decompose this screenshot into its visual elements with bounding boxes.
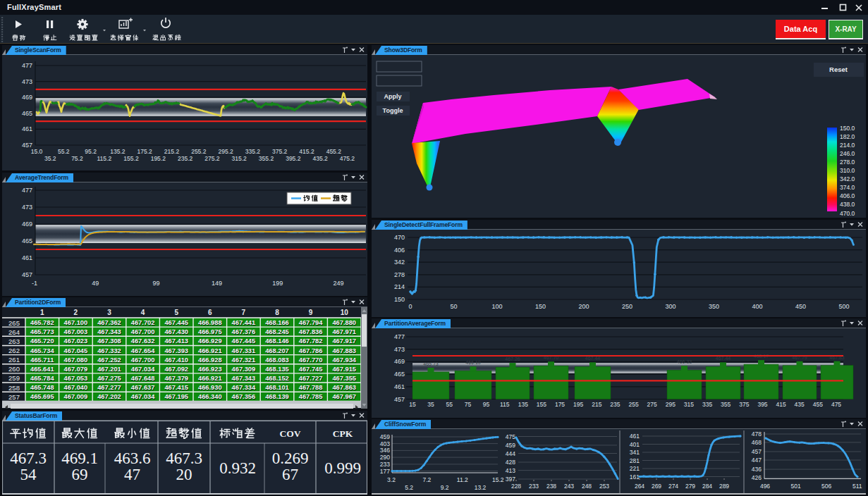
svg-text:467.275: 467.275 bbox=[97, 375, 121, 382]
svg-text:467.413: 467.413 bbox=[164, 337, 188, 345]
svg-text:466.928: 466.928 bbox=[198, 356, 222, 364]
svg-text:467.745: 467.745 bbox=[299, 366, 323, 373]
svg-text:468: 468 bbox=[752, 439, 762, 446]
svg-text:49: 49 bbox=[92, 280, 99, 287]
svg-text:150: 150 bbox=[535, 303, 546, 310]
svg-text:461: 461 bbox=[630, 433, 640, 440]
svg-text:262: 262 bbox=[8, 347, 20, 354]
svg-text:221: 221 bbox=[630, 465, 640, 472]
svg-text:0.932: 0.932 bbox=[219, 459, 256, 477]
svg-text:455.2: 455.2 bbox=[326, 148, 342, 155]
svg-text:395: 395 bbox=[757, 401, 767, 408]
svg-text:275.2: 275.2 bbox=[204, 155, 220, 162]
svg-text:149: 149 bbox=[212, 280, 222, 287]
svg-text:355.2: 355.2 bbox=[259, 155, 274, 162]
svg-text:275: 275 bbox=[647, 401, 657, 408]
svg-text:215: 215 bbox=[592, 401, 601, 408]
svg-text:467.343: 467.343 bbox=[97, 328, 121, 335]
svg-text:415: 415 bbox=[776, 401, 786, 408]
svg-text:255.2: 255.2 bbox=[191, 148, 207, 155]
svg-text:466.930: 466.930 bbox=[198, 384, 222, 391]
svg-text:468.207: 468.207 bbox=[265, 347, 289, 354]
svg-text:467.702: 467.702 bbox=[131, 319, 155, 326]
svg-text:250: 250 bbox=[622, 303, 632, 310]
svg-text:468.152: 468.152 bbox=[265, 375, 289, 382]
svg-text:199: 199 bbox=[272, 280, 283, 287]
svg-text:255: 255 bbox=[629, 401, 639, 408]
svg-text:465.695: 465.695 bbox=[30, 393, 54, 400]
svg-text:467.332: 467.332 bbox=[97, 347, 121, 354]
svg-text:214.0: 214.0 bbox=[840, 142, 855, 149]
svg-text:467.785: 467.785 bbox=[299, 393, 323, 400]
svg-text:468.139: 468.139 bbox=[265, 393, 289, 400]
svg-text:435: 435 bbox=[795, 401, 805, 408]
svg-text:467.441: 467.441 bbox=[232, 319, 256, 326]
svg-text:467.009: 467.009 bbox=[64, 393, 88, 400]
svg-text:290: 290 bbox=[380, 454, 390, 461]
svg-text:259: 259 bbox=[8, 374, 20, 382]
svg-text:69: 69 bbox=[72, 466, 88, 483]
svg-text:467.195: 467.195 bbox=[164, 393, 188, 400]
svg-text:374.0: 374.0 bbox=[840, 184, 855, 191]
svg-text:261: 261 bbox=[8, 356, 20, 364]
svg-text:248: 248 bbox=[582, 483, 592, 490]
svg-text:467.880: 467.880 bbox=[332, 319, 356, 326]
svg-text:466.923: 466.923 bbox=[198, 366, 222, 373]
svg-text:467.334: 467.334 bbox=[232, 384, 256, 391]
svg-text:455: 455 bbox=[813, 401, 823, 408]
svg-text:467.770: 467.770 bbox=[299, 356, 323, 364]
svg-text:195.2: 195.2 bbox=[151, 155, 166, 162]
svg-text:260: 260 bbox=[8, 365, 20, 373]
svg-text:274: 274 bbox=[668, 483, 678, 490]
svg-text:500: 500 bbox=[838, 303, 849, 310]
svg-text:465.73: 465.73 bbox=[423, 361, 439, 366]
svg-text:461: 461 bbox=[22, 125, 32, 132]
svg-text:467.648: 467.648 bbox=[131, 375, 155, 382]
svg-text:466.921: 466.921 bbox=[198, 347, 222, 354]
svg-text:9: 9 bbox=[309, 309, 313, 316]
svg-text:300: 300 bbox=[665, 303, 676, 310]
svg-text:375: 375 bbox=[739, 401, 749, 408]
svg-text:278.0: 278.0 bbox=[840, 159, 855, 166]
svg-text:467.343: 467.343 bbox=[232, 375, 256, 382]
svg-text:200: 200 bbox=[578, 303, 589, 310]
svg-text:467.915: 467.915 bbox=[332, 366, 356, 373]
svg-text:406.0: 406.0 bbox=[840, 192, 855, 199]
svg-text:-1: -1 bbox=[32, 280, 37, 287]
svg-text:465.711: 465.711 bbox=[30, 356, 54, 364]
svg-text:467.376: 467.376 bbox=[232, 328, 256, 335]
svg-text:335.2: 335.2 bbox=[245, 148, 261, 155]
svg-text:235: 235 bbox=[610, 401, 620, 408]
svg-text:0.269: 0.269 bbox=[272, 450, 309, 467]
svg-text:406: 406 bbox=[394, 247, 405, 254]
svg-text:467.863: 467.863 bbox=[332, 384, 356, 391]
svg-text:477: 477 bbox=[22, 62, 32, 69]
svg-text:473: 473 bbox=[394, 346, 405, 353]
svg-text:100: 100 bbox=[491, 303, 502, 310]
svg-text:466.929: 466.929 bbox=[198, 337, 222, 345]
svg-text:467.034: 467.034 bbox=[131, 366, 155, 373]
svg-text:477: 477 bbox=[22, 187, 32, 194]
svg-text:501: 501 bbox=[791, 483, 801, 490]
svg-text:243: 243 bbox=[564, 483, 574, 490]
svg-text:397: 397 bbox=[506, 476, 515, 483]
svg-text:467.26: 467.26 bbox=[505, 356, 520, 361]
svg-text:264: 264 bbox=[635, 483, 644, 490]
svg-text:467.308: 467.308 bbox=[97, 337, 121, 345]
svg-text:465: 465 bbox=[22, 110, 32, 117]
svg-text:467.053: 467.053 bbox=[64, 375, 88, 382]
svg-text:238: 238 bbox=[546, 483, 556, 490]
svg-text:5: 5 bbox=[174, 309, 178, 316]
svg-text:215.2: 215.2 bbox=[164, 148, 180, 155]
svg-text:465.734: 465.734 bbox=[30, 347, 54, 354]
svg-text:346: 346 bbox=[380, 447, 390, 454]
svg-text:450: 450 bbox=[795, 303, 806, 310]
svg-text:473: 473 bbox=[22, 78, 32, 85]
svg-text:95.2: 95.2 bbox=[85, 148, 97, 155]
svg-text:467.252: 467.252 bbox=[97, 356, 121, 364]
svg-text:403: 403 bbox=[380, 440, 390, 447]
svg-text:467.794: 467.794 bbox=[299, 319, 323, 326]
svg-text:467.836: 467.836 bbox=[299, 328, 323, 335]
svg-text:475: 475 bbox=[506, 433, 515, 440]
svg-text:35: 35 bbox=[427, 401, 434, 408]
